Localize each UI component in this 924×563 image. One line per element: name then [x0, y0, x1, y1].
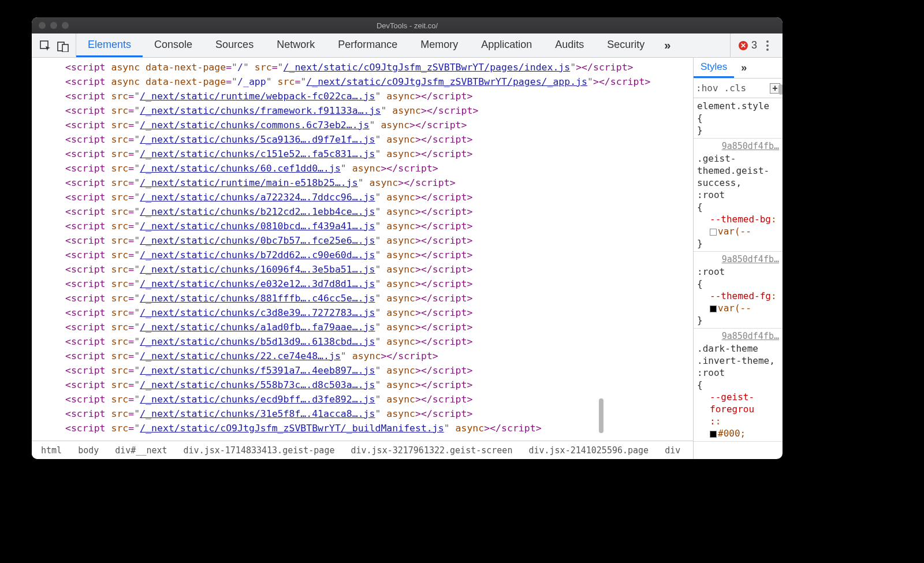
dom-node[interactable]: <script src="/_next/static/chunks/e032e1…: [36, 277, 693, 291]
style-rule[interactable]: element.style{}: [694, 98, 783, 139]
dom-node[interactable]: <script src="/_next/static/chunks/b212cd…: [36, 204, 693, 219]
error-count: 3: [751, 39, 757, 51]
window-title: DevTools - zeit.co/: [32, 21, 783, 30]
svg-rect-2: [62, 44, 68, 52]
close-icon[interactable]: [39, 22, 46, 29]
scrollbar-thumb[interactable]: [778, 84, 783, 95]
dom-tree[interactable]: <script async data-next-page="/" src="/_…: [32, 58, 693, 441]
dom-node[interactable]: <script src="/_next/static/chunks/c3d8e3…: [36, 305, 693, 320]
styles-panel: Styles » :hov .cls + element.style{}9a85…: [693, 58, 783, 459]
scrollbar-thumb[interactable]: [599, 398, 603, 433]
panel-tab-memory[interactable]: Memory: [409, 33, 470, 57]
panel-tab-performance[interactable]: Performance: [326, 33, 409, 57]
breadcrumb-item[interactable]: body: [70, 443, 107, 458]
window-controls[interactable]: [32, 22, 69, 29]
dom-node[interactable]: <script src="/_next/static/chunks/16096f…: [36, 262, 693, 277]
dom-node[interactable]: <script src="/_next/static/chunks/framew…: [36, 103, 693, 118]
stylesheet-source-link[interactable]: 9a850df4fb…: [697, 330, 779, 342]
tabs-overflow-icon[interactable]: »: [656, 33, 679, 57]
minimize-icon[interactable]: [50, 22, 57, 29]
styles-list[interactable]: element.style{}9a850df4fb….geist-themed.…: [694, 98, 783, 459]
breadcrumb-item[interactable]: html: [33, 443, 70, 458]
element-breadcrumb[interactable]: htmlbodydiv#__nextdiv.jsx-1714833413.gei…: [32, 441, 693, 459]
dom-node[interactable]: <script src="/_next/static/runtime/webpa…: [36, 89, 693, 103]
hov-toggle[interactable]: :hov: [696, 83, 718, 94]
dom-node[interactable]: <script src="/_next/static/chunks/60.cef…: [36, 161, 693, 176]
breadcrumb-item[interactable]: div.jsx-3217961322.geist-screen: [342, 443, 520, 458]
dom-node[interactable]: <script src="/_next/static/chunks/c151e5…: [36, 147, 693, 161]
dom-node[interactable]: <script src="/_next/static/chunks/b5d13d…: [36, 334, 693, 349]
styles-tabs-overflow-icon[interactable]: »: [734, 58, 754, 78]
dom-node[interactable]: <script src="/_next/static/chunks/0bc7b5…: [36, 233, 693, 248]
stylesheet-source-link[interactable]: 9a850df4fb…: [697, 253, 779, 266]
panel-tab-application[interactable]: Application: [470, 33, 543, 57]
dom-node[interactable]: <script src="/_next/static/chunks/a1ad0f…: [36, 320, 693, 334]
panel-tab-console[interactable]: Console: [143, 33, 204, 57]
stylesheet-source-link[interactable]: 9a850df4fb…: [697, 140, 779, 152]
dom-node[interactable]: <script src="/_next/static/chunks/558b73…: [36, 378, 693, 392]
dom-node[interactable]: <script src="/_next/static/chunks/a72232…: [36, 190, 693, 204]
panel-tab-audits[interactable]: Audits: [543, 33, 595, 57]
zoom-icon[interactable]: [62, 22, 69, 29]
style-rule[interactable]: 9a850df4fb….dark-theme .invert-theme,:ro…: [694, 329, 783, 442]
styles-tab[interactable]: Styles: [694, 58, 734, 78]
breadcrumb-item[interactable]: div.jsx-2141025596.page: [520, 443, 657, 458]
dom-node[interactable]: <script src="/_next/static/chunks/f5391a…: [36, 363, 693, 378]
devtools-body: <script async data-next-page="/" src="/_…: [32, 58, 783, 459]
dom-node[interactable]: <script async data-next-page="/" src="/_…: [36, 60, 693, 74]
dom-node[interactable]: <script src="/_next/static/chunks/0810bc…: [36, 219, 693, 233]
dom-node[interactable]: <script src="/_next/static/chunks/5ca913…: [36, 132, 693, 147]
devtools-window: DevTools - zeit.co/ ElementsConsoleSourc…: [32, 17, 783, 459]
dom-node[interactable]: <script src="/_next/static/cO9JtgJsfm_zS…: [36, 421, 693, 435]
panel-tab-security[interactable]: Security: [595, 33, 656, 57]
devtools-toolbar: ElementsConsoleSourcesNetworkPerformance…: [32, 33, 783, 58]
dom-node[interactable]: <script src="/_next/static/chunks/881fff…: [36, 291, 693, 305]
error-icon: ✕: [739, 41, 748, 50]
elements-panel: <script async data-next-page="/" src="/_…: [32, 58, 693, 459]
window-titlebar: DevTools - zeit.co/: [32, 17, 783, 33]
panel-tabs: ElementsConsoleSourcesNetworkPerformance…: [76, 33, 656, 57]
dom-node[interactable]: <script src="/_next/static/chunks/common…: [36, 118, 693, 132]
settings-menu-icon[interactable]: [761, 40, 774, 51]
dom-node[interactable]: <script src="/_next/static/chunks/31e5f8…: [36, 407, 693, 421]
dom-node[interactable]: <script src="/_next/static/chunks/b72dd6…: [36, 248, 693, 262]
dom-node[interactable]: <script src="/_next/static/runtime/main-…: [36, 176, 693, 190]
panel-tab-network[interactable]: Network: [265, 33, 326, 57]
inspect-element-icon[interactable]: [40, 40, 50, 51]
device-toolbar-icon[interactable]: [57, 40, 68, 51]
panel-tab-sources[interactable]: Sources: [204, 33, 265, 57]
cls-toggle[interactable]: .cls: [724, 83, 747, 94]
breadcrumb-item[interactable]: div: [657, 443, 688, 458]
panel-tab-elements[interactable]: Elements: [76, 33, 143, 57]
style-rule[interactable]: 9a850df4fb…:root{--themed-fg:var(--}: [694, 252, 783, 329]
breadcrumb-item[interactable]: div#__next: [107, 443, 175, 458]
dom-node[interactable]: <script src="/_next/static/chunks/ecd9bf…: [36, 392, 693, 407]
style-rule[interactable]: 9a850df4fb….geist-themed.geist-success,:…: [694, 139, 783, 252]
dom-node[interactable]: <script async data-next-page="/_app" src…: [36, 74, 693, 89]
error-count-badge[interactable]: ✕ 3: [739, 39, 757, 51]
breadcrumb-item[interactable]: div.jsx-1714833413.geist-page: [176, 443, 343, 458]
dom-node[interactable]: <script src="/_next/static/chunks/22.ce7…: [36, 349, 693, 363]
